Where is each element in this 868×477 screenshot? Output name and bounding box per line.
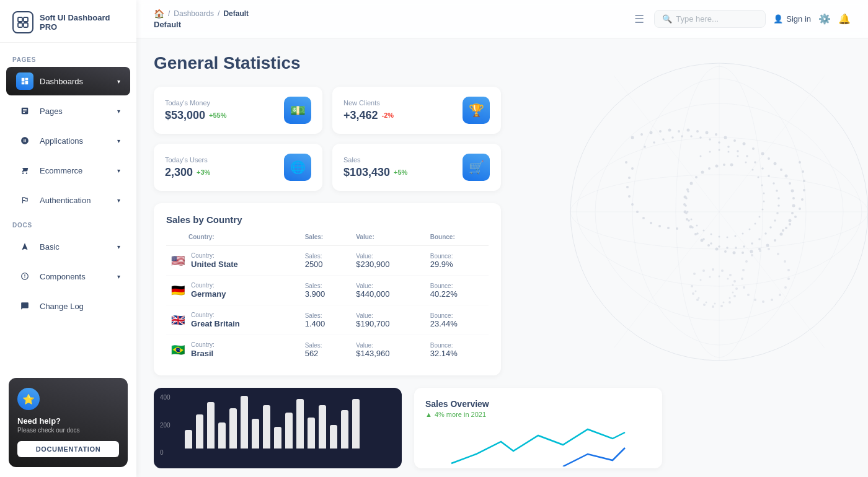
- svg-point-40: [780, 233, 783, 236]
- user-icon: 👤: [773, 14, 783, 24]
- chart-bar: [252, 419, 259, 449]
- sales-by-country-card: Sales by Country Country: Sales: Value: …: [154, 203, 501, 375]
- stat-card-clients-info: New Clients +3,462 -2%: [343, 99, 394, 122]
- bounce-col-label: Bounce:: [430, 342, 484, 349]
- bar-chart-card: 400 200 0: [154, 388, 402, 468]
- sales-overview-card: Sales Overview ▲ 4% more in 2021: [414, 388, 662, 468]
- bounce-col-label: Bounce:: [430, 253, 484, 260]
- country-flag: 🇬🇧: [171, 313, 185, 327]
- bounce-col-value: 23.44%: [430, 319, 484, 328]
- sidebar-item-applications[interactable]: Applications ▾: [6, 126, 130, 155]
- svg-point-16: [650, 131, 653, 134]
- svg-point-22: [706, 131, 709, 134]
- svg-point-51: [694, 233, 697, 235]
- sidebar-item-pages[interactable]: Pages ▾: [6, 97, 130, 125]
- bounce-col-value: 32.14%: [430, 349, 484, 358]
- hamburger-menu-icon[interactable]: ☰: [634, 12, 644, 26]
- topnav-right: 🔍 Type here... 👤 Sign in ⚙️ 🔔: [654, 10, 851, 28]
- svg-point-135: [650, 222, 652, 224]
- stat-card-users-info: Today's Users 2,300 +3%: [165, 156, 210, 179]
- svg-point-70: [690, 135, 693, 138]
- svg-point-57: [686, 188, 689, 191]
- svg-point-172: [706, 302, 707, 304]
- stat-card-users: Today's Users 2,300 +3% 🌐: [154, 144, 322, 191]
- stat-change-sales: +5%: [394, 168, 407, 176]
- documentation-button[interactable]: DOCUMENTATION: [17, 441, 119, 457]
- svg-point-112: [763, 193, 765, 195]
- bounce-cell: Bounce: 29.9%: [425, 246, 489, 276]
- svg-point-139: [799, 161, 801, 164]
- sales-overview-title: Sales Overview: [425, 399, 651, 409]
- sales-col-value: 3.900: [305, 289, 347, 299]
- chart-y-labels: 400 200 0: [160, 394, 170, 456]
- svg-point-145: [794, 216, 797, 218]
- svg-point-170: [723, 302, 725, 304]
- notifications-icon[interactable]: 🔔: [838, 13, 851, 25]
- svg-point-7: [595, 103, 843, 320]
- svg-point-81: [776, 190, 778, 192]
- svg-point-123: [703, 230, 705, 232]
- svg-point-136: [658, 225, 661, 227]
- svg-point-138: [676, 227, 678, 230]
- sidebar-item-basic[interactable]: Basic ▾: [6, 232, 130, 261]
- sales-col-value: 2500: [305, 260, 347, 269]
- chart-bar: [341, 410, 348, 449]
- main-content: 🏠 / Dashboards / Default Default ☰ 🔍 Typ…: [136, 0, 868, 477]
- svg-point-155: [733, 295, 736, 297]
- pages-icon: [16, 102, 33, 120]
- svg-point-46: [733, 252, 736, 255]
- chart-bar: [330, 425, 337, 449]
- stat-value-money-amount: $53,000: [165, 109, 205, 122]
- sidebar-item-dashboards[interactable]: Dashboards ▾: [6, 67, 130, 95]
- dashboards-icon: [16, 72, 33, 90]
- svg-point-61: [708, 167, 711, 170]
- y-label-0: 0: [160, 449, 170, 456]
- sidebar-item-label-authentication: Authentication: [40, 196, 91, 205]
- stat-value-clients: +3,462 -2%: [343, 109, 394, 122]
- svg-point-80: [773, 182, 775, 185]
- svg-point-47: [724, 250, 727, 253]
- chart-bar: [274, 427, 281, 449]
- stat-label-sales: Sales: [343, 156, 407, 164]
- country-cell: 🇩🇪 Country: Germany: [166, 276, 300, 305]
- svg-point-104: [709, 151, 711, 153]
- sidebar-item-changelog[interactable]: Change Log: [6, 292, 130, 320]
- applications-chevron-icon: ▾: [117, 138, 120, 144]
- svg-point-131: [628, 195, 631, 198]
- sidebar-item-authentication[interactable]: Authentication ▾: [6, 186, 130, 214]
- value-cell: Value: $440,000: [351, 276, 425, 305]
- stat-value-sales-amount: $103,430: [343, 166, 390, 179]
- sidebar-item-ecommerce[interactable]: Ecommerce ▾: [6, 156, 130, 185]
- svg-point-190: [751, 254, 753, 256]
- sidebar-section-docs: DOCS: [0, 216, 136, 231]
- svg-point-77: [754, 161, 756, 164]
- svg-point-142: [803, 189, 805, 191]
- svg-point-168: [732, 292, 734, 294]
- breadcrumb-dashboards[interactable]: Dashboards: [174, 9, 214, 18]
- svg-point-44: [750, 250, 753, 253]
- svg-point-146: [789, 223, 791, 225]
- svg-point-157: [720, 305, 723, 307]
- top-navigation: 🏠 / Dashboards / Default Default ☰ 🔍 Typ…: [136, 0, 868, 38]
- svg-point-174: [695, 291, 697, 292]
- sign-in-button[interactable]: 👤 Sign in: [773, 14, 811, 24]
- stat-value-sales: $103,430 +5%: [343, 166, 407, 179]
- svg-point-134: [642, 217, 645, 219]
- sales-overview-chart: [425, 423, 651, 466]
- sales-cell: Sales: 3.900: [300, 276, 352, 305]
- settings-icon[interactable]: ⚙️: [818, 13, 831, 25]
- svg-point-143: [801, 198, 804, 201]
- svg-point-113: [763, 201, 765, 203]
- svg-point-181: [779, 294, 781, 296]
- col-country: Country:: [166, 234, 300, 246]
- svg-point-148: [693, 273, 696, 275]
- svg-point-69: [681, 135, 683, 138]
- svg-point-43: [758, 248, 761, 250]
- svg-point-165: [719, 276, 720, 278]
- sidebar-item-components[interactable]: Components ▾: [6, 262, 130, 291]
- svg-point-24: [724, 136, 727, 139]
- search-box[interactable]: 🔍 Type here...: [654, 10, 766, 28]
- svg-point-129: [628, 177, 631, 179]
- value-col-label: Value:: [356, 253, 420, 260]
- svg-point-34: [791, 190, 794, 193]
